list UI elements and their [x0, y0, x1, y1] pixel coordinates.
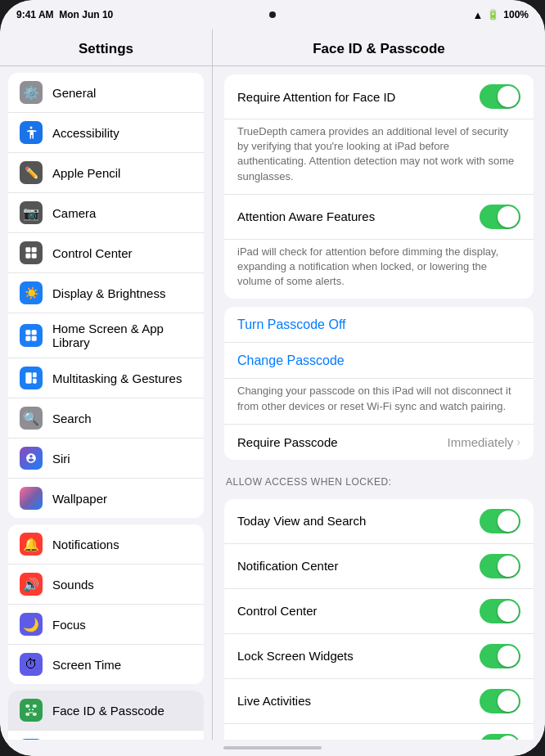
control-center-icon [20, 241, 43, 264]
require-attention-row: Require Attention for Face ID [224, 74, 534, 119]
turn-passcode-off-row[interactable]: Turn Passcode Off [224, 307, 534, 343]
live-activities-toggle[interactable] [480, 689, 520, 713]
svg-rect-6 [32, 330, 37, 335]
search-label: Search [52, 412, 92, 425]
require-passcode-label: Require Passcode [237, 435, 447, 449]
sounds-label: Sounds [52, 578, 94, 592]
sidebar-item-wallpaper[interactable]: Wallpaper [8, 479, 204, 518]
sidebar-item-face-id[interactable]: Face ID & Passcode [8, 691, 204, 731]
status-indicators: ▲ 🔋 100% [472, 9, 529, 21]
sidebar-item-home-screen[interactable]: Home Screen & App Library [8, 313, 204, 358]
attention-aware-toggle[interactable] [480, 205, 520, 229]
require-attention-knob [498, 86, 519, 107]
sidebar-section-3: Face ID & Passcode 🤚 Privacy & Security [8, 691, 204, 740]
svg-rect-8 [32, 336, 37, 341]
multitasking-label: Multitasking & Gestures [52, 371, 182, 385]
camera-icon: 📷 [20, 201, 43, 224]
home-indicator [0, 740, 545, 756]
sidebar-title: Settings [0, 29, 212, 66]
siri-toggle[interactable] [480, 734, 520, 740]
control-center-toggle[interactable] [480, 599, 520, 623]
lock-screen-widgets-toggle[interactable] [480, 644, 520, 668]
attention-section: Require Attention for Face ID TrueDepth … [224, 74, 534, 299]
screen-time-label: Screen Time [52, 658, 121, 672]
notification-center-toggle[interactable] [480, 554, 520, 578]
lock-screen-widgets-label: Lock Screen Widgets [237, 649, 480, 663]
turn-passcode-off-label: Turn Passcode Off [237, 317, 346, 332]
siri-row: Siri [224, 724, 534, 740]
general-icon: ⚙️ [20, 81, 43, 104]
allow-access-section: Today View and Search Notification Cente… [224, 499, 534, 740]
svg-rect-2 [32, 247, 37, 252]
today-view-toggle[interactable] [480, 509, 520, 533]
battery-icon: 🔋 [487, 9, 499, 20]
sidebar-item-apple-pencil[interactable]: ✏️ Apple Pencil [8, 153, 204, 193]
svg-rect-12 [26, 705, 29, 707]
sidebar-item-general[interactable]: ⚙️ General [8, 73, 204, 113]
control-center-label: Control Center [237, 604, 480, 618]
passcode-desc: Changing your passcode on this iPad will… [224, 379, 534, 423]
allow-access-header-container: ALLOW ACCESS WHEN LOCKED: [213, 468, 545, 491]
svg-rect-11 [33, 379, 37, 384]
notifications-icon: 🔔 [20, 533, 43, 556]
svg-point-0 [30, 127, 33, 129]
home-screen-icon [20, 324, 43, 347]
require-passcode-value: Immediately [447, 435, 513, 449]
sidebar-item-screen-time[interactable]: ⏱ Screen Time [8, 645, 204, 684]
sidebar: Settings ⚙️ General Accessibility ✏️ App… [0, 29, 213, 740]
require-passcode-row[interactable]: Require Passcode Immediately › [224, 424, 534, 460]
svg-rect-10 [33, 372, 37, 377]
svg-rect-4 [32, 254, 37, 259]
require-attention-desc: TrueDepth camera provides an additional … [224, 119, 534, 194]
sidebar-item-camera[interactable]: 📷 Camera [8, 193, 204, 233]
face-id-icon [20, 699, 43, 722]
display-icon: ☀️ [20, 281, 43, 304]
siri-label: Siri [52, 452, 70, 466]
sidebar-item-multitasking[interactable]: Multitasking & Gestures [8, 358, 204, 398]
device-frame: 9:41 AM Mon Jun 10 ▲ 🔋 100% Settings ⚙️ … [0, 0, 545, 756]
wallpaper-icon [20, 487, 43, 510]
sidebar-item-notifications[interactable]: 🔔 Notifications [8, 524, 204, 565]
notification-center-label: Notification Center [237, 559, 480, 573]
sidebar-item-focus[interactable]: 🌙 Focus [8, 605, 204, 645]
home-screen-label: Home Screen & App Library [52, 322, 192, 349]
sidebar-item-sounds[interactable]: 🔊 Sounds [8, 565, 204, 605]
search-icon: 🔍 [20, 407, 43, 430]
svg-rect-5 [25, 330, 30, 335]
wallpaper-label: Wallpaper [52, 492, 107, 506]
camera-label: Camera [52, 206, 96, 220]
passcode-section: Turn Passcode Off Change Passcode Changi… [224, 307, 534, 459]
sidebar-item-siri[interactable]: Siri [8, 439, 204, 479]
focus-label: Focus [52, 618, 86, 632]
control-center-row: Control Center [224, 589, 534, 634]
svg-rect-9 [25, 372, 31, 383]
today-view-row: Today View and Search [224, 499, 534, 544]
sidebar-item-privacy[interactable]: 🤚 Privacy & Security [8, 731, 204, 740]
svg-rect-3 [25, 254, 30, 259]
svg-point-17 [32, 709, 34, 710]
sidebar-section-1: ⚙️ General Accessibility ✏️ Apple Pencil… [8, 73, 204, 518]
control-center-label: Control Center [52, 246, 133, 260]
notifications-label: Notifications [52, 538, 119, 551]
apple-pencil-icon: ✏️ [20, 161, 43, 184]
notification-center-row: Notification Center [224, 544, 534, 589]
change-passcode-row[interactable]: Change Passcode [224, 343, 534, 379]
require-attention-toggle[interactable] [480, 84, 520, 109]
focus-icon: 🌙 [20, 613, 43, 636]
status-time: 9:41 AM Mon Jun 10 [16, 9, 113, 20]
main-content: Settings ⚙️ General Accessibility ✏️ App… [0, 29, 545, 740]
live-activities-row: Live Activities [224, 679, 534, 724]
sidebar-item-accessibility[interactable]: Accessibility [8, 113, 204, 153]
svg-rect-7 [25, 336, 30, 341]
display-label: Display & Brightness [52, 286, 165, 300]
panel-title: Face ID & Passcode [213, 29, 545, 66]
sidebar-item-control-center[interactable]: Control Center [8, 233, 204, 273]
face-id-label: Face ID & Passcode [52, 704, 164, 718]
attention-aware-desc: iPad will check for attention before dim… [224, 240, 534, 299]
sidebar-item-display[interactable]: ☀️ Display & Brightness [8, 273, 204, 313]
right-panel: Face ID & Passcode Require Attention for… [213, 29, 545, 740]
sidebar-item-search[interactable]: 🔍 Search [8, 398, 204, 439]
screen-time-icon: ⏱ [20, 653, 43, 676]
svg-rect-14 [26, 713, 29, 715]
wifi-icon: ▲ [472, 9, 483, 21]
